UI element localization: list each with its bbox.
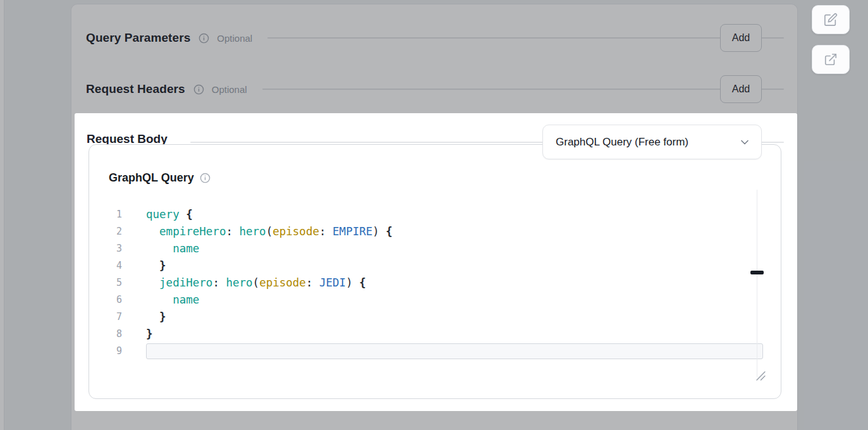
line-number: 3 — [89, 240, 122, 257]
code-line-content[interactable]: empireHero: hero(episode: EMPIRE) { — [146, 223, 763, 240]
screen: Query Parameters Optional Add Request He… — [0, 0, 868, 430]
editor-scrollbar-track — [757, 190, 757, 377]
open-external-button[interactable] — [812, 45, 850, 74]
code-line-content[interactable] — [146, 343, 763, 359]
code-line-content[interactable]: } — [146, 257, 763, 274]
line-number: 1 — [89, 206, 122, 223]
code-line: 2 empireHero: hero(episode: EMPIRE) { — [89, 223, 781, 240]
external-link-icon — [824, 52, 838, 66]
graphql-code-editor[interactable]: 1query {2 empireHero: hero(episode: EMPI… — [89, 206, 781, 360]
graphql-query-label: GraphQL Query — [109, 171, 194, 185]
resize-grip-icon[interactable] — [756, 371, 766, 381]
code-line-content[interactable]: } — [146, 309, 763, 326]
code-line-content[interactable]: jediHero: hero(episode: JEDI) { — [146, 274, 763, 292]
code-line: 9 — [89, 343, 781, 360]
line-number: 7 — [89, 309, 122, 326]
code-line: 6 name — [89, 292, 781, 309]
request-body-panel: Request Body GraphQL Query (Free form) G… — [75, 113, 797, 411]
line-number: 2 — [89, 223, 122, 240]
body-type-select[interactable]: GraphQL Query (Free form) — [542, 125, 762, 159]
code-line-content[interactable]: query { — [146, 206, 763, 223]
chevron-down-icon — [738, 136, 751, 149]
editor-drag-handle[interactable] — [750, 271, 764, 274]
body-type-selected-value: GraphQL Query (Free form) — [556, 136, 688, 149]
editor-label-row: GraphQL Query — [109, 171, 211, 185]
info-icon[interactable] — [200, 173, 211, 183]
code-line-content[interactable]: } — [146, 326, 763, 343]
line-number: 4 — [89, 257, 122, 274]
line-number: 8 — [89, 326, 122, 343]
code-line: 3 name — [89, 240, 781, 257]
code-line-content[interactable]: name — [146, 292, 763, 309]
pencil-icon — [824, 13, 838, 27]
code-line-content[interactable]: name — [146, 240, 763, 257]
graphql-editor-card: GraphQL Query 1query {2 empireHero: hero… — [89, 144, 781, 399]
code-line: 8} — [89, 326, 781, 343]
code-line: 1query { — [89, 206, 781, 223]
line-number: 9 — [89, 343, 122, 360]
code-line: 4 } — [89, 257, 781, 274]
edit-button[interactable] — [812, 5, 850, 34]
floating-toolbar — [812, 5, 850, 74]
line-number: 6 — [89, 292, 122, 309]
code-line: 5 jediHero: hero(episode: JEDI) { — [89, 274, 781, 292]
line-number: 5 — [89, 274, 122, 292]
code-line: 7 } — [89, 309, 781, 326]
